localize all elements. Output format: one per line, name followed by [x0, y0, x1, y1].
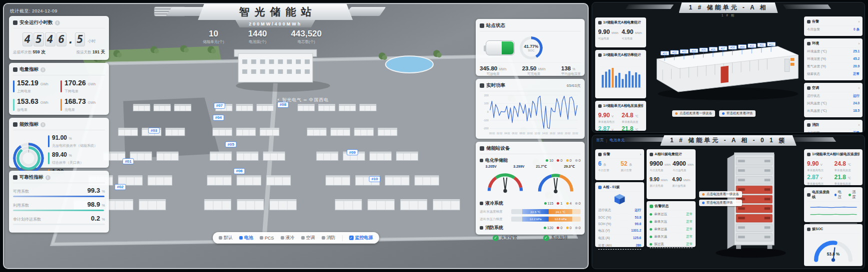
stat-label: 累计放电量: [672, 184, 693, 188]
station-overview-panel: ⚡ 智光电气 ∞ 中国西电#01#02#03#04#05#06#07#08#09…: [3, 3, 589, 269]
legend-count: 0: [557, 226, 562, 230]
container-tag[interactable]: #10: [369, 176, 380, 182]
status-row: 单体过压正常: [650, 211, 693, 218]
container-tag[interactable]: #05: [225, 142, 236, 147]
toolbar-item-2[interactable]: 电池: [239, 235, 253, 241]
ok-shield-icon: ✓: [543, 235, 549, 241]
toolbar-item-label: PCS: [265, 236, 274, 241]
reliability-bar: [13, 210, 105, 211]
gauge-title: 簇SOC: [812, 227, 823, 232]
reliability-card: 可靠性指标 i 可用系数99.3 %利用系数98.9 %非计划停运系数0.2 %: [9, 171, 109, 233]
toolbar-item-7[interactable]: ✓监控电源: [349, 235, 373, 241]
energy-metrics-card: 电量指标 i 152.19 GWh上网电量170.26 GWh下网电量153.6…: [9, 63, 109, 115]
site-status-title: 站点状态: [486, 22, 505, 29]
side-card-header: 告警›: [807, 19, 860, 26]
view-legend-chip[interactable]: 点击电池查看一级设备: [699, 191, 742, 198]
chevron-right-icon[interactable]: ›: [859, 20, 860, 23]
battery-cell-icon: [480, 159, 483, 162]
container-tag[interactable]: #04: [213, 115, 224, 120]
stat-value: 21.8 ℃: [622, 126, 643, 133]
stat-item: 24.8 ℃单体最高温度: [622, 112, 643, 124]
view-legend-chip[interactable]: 点击机柜查看一级设备: [672, 110, 715, 117]
chevron-right-icon[interactable]: ›: [640, 153, 641, 156]
digit: 5: [75, 32, 85, 46]
container-tag[interactable]: #09: [347, 150, 358, 155]
svg-text:#09: #09: [349, 150, 356, 155]
checklist-icon: [650, 205, 653, 208]
gauge-min-value: 21.7℃: [536, 165, 547, 169]
view-legend-chip[interactable]: 双击电池查看详情: [699, 200, 742, 206]
svg-text:#10: #10: [750, 44, 754, 47]
svg-text:#03: #03: [151, 128, 158, 133]
info-icon[interactable]: i: [40, 122, 45, 127]
stat-value: 24.8 ℃: [622, 112, 643, 120]
efficiency-ring: [20, 150, 37, 167]
container-tag[interactable]: #07: [214, 103, 225, 108]
cooling-bar-segment: [511, 217, 522, 222]
legend-count: 115: [544, 201, 554, 206]
info-icon[interactable]: i: [55, 20, 60, 25]
svg-text:#01: #01: [125, 159, 132, 164]
container-tag[interactable]: #01: [123, 159, 134, 164]
detail-row: 环境温度 (℃)25.1: [807, 48, 860, 55]
cluster-info-row: SOH (%)99.6: [598, 221, 641, 227]
checkbox-icon[interactable]: ✓: [349, 236, 353, 240]
svg-text:-100: -100: [483, 119, 489, 122]
gauge-max-value: 3.299V: [513, 165, 524, 168]
cluster-01-panel: 首页|电池单元 1 # 储能单元 - A 相 - 0 1 簇 告警 › 6 条今…: [592, 135, 865, 269]
cooling-bar-label: 进出水压力梯度: [480, 217, 509, 222]
container-3d-view[interactable]: #01#02#03#04#05#06#07#08#09#10#11#12: [648, 19, 803, 103]
legend-count: 10: [546, 158, 553, 163]
safe-hours-footer: 总循环次数 559 次投运天数 191 天: [13, 49, 105, 55]
station-devices-card: 储能站设备 电化学储能 10000 3.205V3.299V21.7℃29.3℃…: [476, 142, 585, 235]
toolbar-item-3[interactable]: PCS: [260, 236, 274, 241]
station-stat: 1440电池簇(个): [248, 29, 267, 44]
header-wing-right: [783, 4, 831, 9]
svg-text:22:02: 22:02: [572, 132, 578, 135]
toolbar-item-1[interactable]: 默认: [219, 235, 233, 241]
chevron-right-icon[interactable]: ›: [859, 86, 860, 90]
cooling-bar-segment: 12.8 kPa: [549, 217, 572, 222]
svg-text:16:02: 16:02: [550, 132, 556, 135]
reliability-title: 可靠性指标: [19, 174, 43, 181]
clock-icon: [13, 20, 17, 25]
side-card-header: 消防›: [807, 122, 860, 129]
metric-item: 89.40 %综合效率（关口表）: [48, 151, 97, 165]
status-row: 单体欠压正常: [650, 218, 693, 226]
fire-title: 消防系统: [485, 225, 503, 231]
metric-value: 153.63 GWh: [17, 98, 48, 106]
breadcrumb-item[interactable]: 首页: [596, 138, 604, 143]
container-tag[interactable]: #08: [277, 102, 288, 108]
chevron-right-icon[interactable]: ›: [859, 123, 860, 127]
device-gauge: 3.205V3.299V: [484, 165, 526, 197]
legend-count: 0: [557, 158, 562, 163]
info-icon[interactable]: i: [45, 175, 50, 180]
cooling-bar-segment: 24.1 ℃: [549, 209, 572, 214]
detail-row: 今日告警0 条: [807, 26, 860, 33]
stat-item: 6 条今日告警: [598, 161, 619, 172]
legend-count: 120: [544, 226, 554, 230]
cluster-info-row: 电流 (A)125.6: [598, 235, 641, 242]
safe-hours-card: 安全运行小时数 i 4546.5小时 总循环次数 559 次投运天数 191 天: [9, 16, 109, 60]
cooling-bar-segment: [572, 217, 581, 222]
toolbar-item-6[interactable]: 消防: [321, 235, 335, 241]
metric-label: 下网电量: [64, 89, 96, 94]
view-legend-chip[interactable]: 双击机柜查看详情: [719, 110, 756, 117]
toolbar-item-5[interactable]: 空调: [301, 235, 315, 241]
reliability-bar: [13, 224, 105, 225]
battery-cluster-cube-icon: [613, 193, 626, 205]
info-icon[interactable]: i: [40, 67, 45, 72]
unit-a-panel: 1 # 储能单元 - A 相 1 # 相 1#储能单元A相电量统计 9.90 M…: [592, 2, 865, 133]
svg-text:#07: #07: [721, 47, 725, 50]
chevron-right-icon[interactable]: ›: [859, 42, 860, 45]
digit: 4: [22, 32, 33, 46]
container-tag[interactable]: #03: [148, 128, 159, 133]
reliability-row: 可用系数99.3 %: [13, 187, 105, 197]
svg-text:06:02: 06:02: [512, 132, 518, 135]
container-tag[interactable]: #02: [115, 184, 126, 190]
reliability-row: 利用系数98.9 %: [13, 201, 105, 211]
stat-item: 2.87 V单体最低电压: [598, 126, 620, 133]
toolbar-item-4[interactable]: 液冷: [280, 235, 294, 241]
container-tag[interactable]: #06: [234, 169, 245, 174]
stat-item: 4.90 MWh累计放电量: [672, 176, 693, 188]
